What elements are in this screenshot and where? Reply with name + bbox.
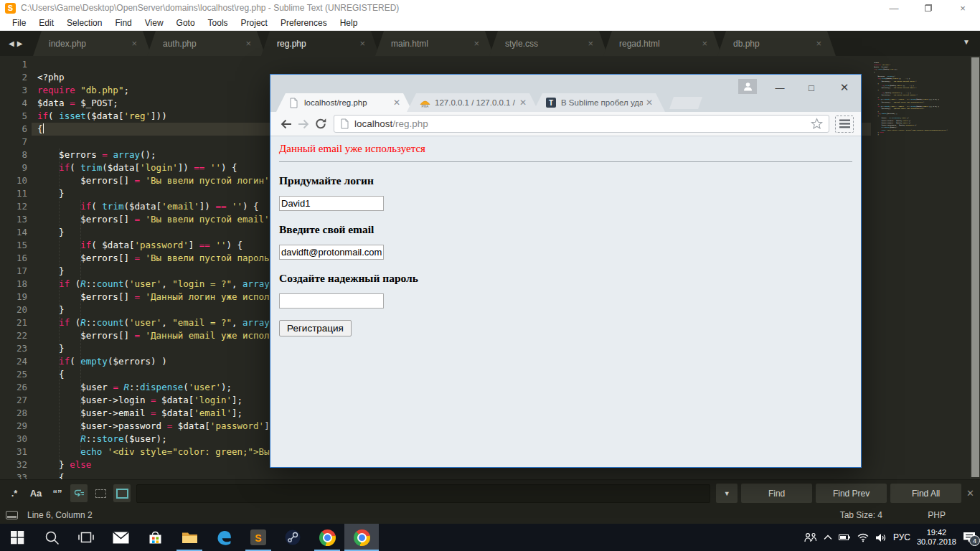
editor-tab-reg.php[interactable]: reg.php×	[261, 31, 380, 56]
login-input[interactable]	[279, 196, 384, 211]
browser-minimize-button[interactable]: —	[768, 79, 791, 96]
menu-item-selection[interactable]: Selection	[60, 18, 108, 28]
back-button[interactable]	[278, 116, 295, 133]
minimap[interactable]: <?phprequire "db.php";$data = $_POST;if(…	[874, 59, 969, 461]
browser-menu-button[interactable]	[835, 116, 854, 133]
volume-icon[interactable]	[875, 533, 887, 542]
address-bar[interactable]: localhost /reg.php	[334, 115, 829, 133]
tab-close-icon[interactable]: ×	[245, 38, 251, 49]
tab-close-icon[interactable]: ✕	[646, 98, 653, 108]
tab-close-icon[interactable]: ×	[131, 38, 137, 49]
panel-toggle-icon[interactable]	[6, 511, 18, 519]
editor-tab-index.php[interactable]: index.php×	[33, 31, 151, 56]
line-number: 11	[0, 187, 27, 200]
regex-toggle[interactable]: .*	[6, 484, 23, 502]
tab-close-icon[interactable]: ×	[702, 38, 707, 49]
tab-scroll-right-icon[interactable]: ▶	[17, 39, 23, 47]
scrollbar-thumb[interactable]	[971, 57, 979, 477]
line-number: 22	[0, 329, 27, 342]
steam-taskbar-button[interactable]	[275, 524, 310, 551]
battery-icon[interactable]	[839, 534, 851, 541]
tab-close-icon[interactable]: ×	[359, 38, 365, 49]
whole-word-toggle[interactable]: “”	[49, 484, 66, 502]
find-prev-button[interactable]: Find Prev	[816, 484, 887, 503]
profile-button[interactable]	[738, 79, 757, 94]
store-taskbar-button[interactable]	[138, 524, 172, 551]
tab-scroll-left-icon[interactable]: ◀	[9, 39, 14, 47]
editor-tab-regad.html[interactable]: regad.html×	[603, 31, 722, 56]
editor-scrollbar[interactable]	[970, 56, 980, 479]
line-number: 14	[0, 226, 27, 239]
find-all-button[interactable]: Find All	[890, 484, 961, 503]
chrome-taskbar-button[interactable]	[310, 524, 344, 551]
line-number: 33	[0, 471, 27, 479]
browser-close-button[interactable]: ✕	[833, 79, 856, 96]
register-button[interactable]: Регистрация	[279, 320, 352, 336]
menu-item-tools[interactable]: Tools	[202, 18, 235, 28]
menu-item-help[interactable]: Help	[334, 18, 364, 28]
restore-button[interactable]	[911, 0, 946, 16]
browser-tab-127.0.0.1-127.0.0.1-davi[interactable]: PMA127.0.0.1 / 127.0.0.1 / davi✕	[407, 93, 539, 112]
line-number: 26	[0, 381, 27, 394]
browser-maximize-button[interactable]: □	[800, 79, 823, 96]
browser-tab-в-sublime-пробел-удаляе[interactable]: TВ Sublime пробел удаляе✕	[533, 93, 665, 112]
menu-item-view[interactable]: View	[138, 18, 170, 28]
menu-item-project[interactable]: Project	[235, 18, 274, 28]
sublime-taskbar-button[interactable]: S	[241, 524, 275, 551]
tab-scroll-arrows[interactable]: ◀ ▶	[9, 31, 22, 56]
line-number: 10	[0, 174, 27, 187]
edge-taskbar-button[interactable]	[207, 524, 241, 551]
highlight-matches-toggle[interactable]	[113, 484, 131, 502]
bookmark-star-icon[interactable]	[811, 118, 823, 130]
mail-taskbar-button[interactable]	[103, 524, 138, 551]
syntax-indicator[interactable]: PHP	[928, 510, 946, 520]
menu-item-file[interactable]: File	[6, 18, 32, 28]
chrome-taskbar-button[interactable]	[344, 524, 379, 551]
tab-close-icon[interactable]: ×	[816, 38, 821, 49]
case-sensitive-toggle[interactable]: Aa	[27, 484, 44, 502]
wrap-toggle[interactable]	[70, 484, 88, 502]
find-history-dropdown-icon[interactable]: ▼	[716, 484, 738, 503]
editor-tab-auth.php[interactable]: auth.php×	[147, 31, 265, 56]
people-icon[interactable]	[804, 532, 817, 542]
editor-tab-style.css[interactable]: style.css×	[489, 31, 608, 56]
menu-item-edit[interactable]: Edit	[32, 18, 60, 28]
email-input[interactable]	[279, 245, 384, 260]
tab-size-indicator[interactable]: Tab Size: 4	[840, 510, 882, 520]
new-tab-button[interactable]	[669, 97, 702, 109]
password-input[interactable]	[279, 293, 384, 309]
action-center-button[interactable]: 4	[963, 532, 976, 543]
tab-list-dropdown-icon[interactable]: ▼	[963, 38, 970, 46]
line-number: 32	[0, 458, 27, 471]
editor-tab-main.html[interactable]: main.html×	[375, 31, 494, 56]
clock[interactable]: 19:42 30.07.2018	[917, 528, 956, 547]
menu-item-goto[interactable]: Goto	[170, 18, 202, 28]
language-indicator[interactable]: РУС	[893, 532, 910, 542]
hamburger-menu-icon	[839, 119, 850, 128]
tab-close-icon[interactable]: ✕	[393, 98, 400, 108]
line-number: 15	[0, 239, 27, 252]
find-input[interactable]	[136, 484, 710, 503]
browser-tab-localhost-reg.php[interactable]: localhost/reg.php✕	[276, 93, 413, 112]
tab-close-icon[interactable]: ×	[473, 38, 479, 49]
wifi-icon[interactable]	[857, 533, 869, 542]
tray-expand-icon[interactable]	[824, 534, 832, 540]
forward-button[interactable]	[295, 116, 312, 133]
reload-button[interactable]	[312, 116, 329, 133]
find-panel-close-icon[interactable]: ✕	[966, 488, 974, 499]
in-selection-toggle[interactable]	[92, 484, 109, 502]
find-button[interactable]: Find	[741, 484, 812, 503]
close-button[interactable]: ×	[946, 0, 980, 16]
editor-tabs: index.php×auth.php×reg.php×main.html×sty…	[33, 31, 831, 56]
menu-item-preferences[interactable]: Preferences	[274, 18, 334, 28]
explorer-taskbar-button[interactable]	[172, 524, 207, 551]
start-taskbar-button[interactable]	[0, 524, 34, 551]
tab-close-icon[interactable]: ×	[588, 38, 593, 49]
system-tray: РУС 19:42 30.07.2018 4	[804, 524, 980, 551]
minimize-button[interactable]: —	[877, 0, 911, 16]
menu-item-find[interactable]: Find	[108, 18, 138, 28]
editor-tab-db.php[interactable]: db.php×	[717, 31, 836, 56]
search-taskbar-button[interactable]	[34, 524, 69, 551]
tab-close-icon[interactable]: ✕	[519, 98, 527, 108]
task-view-taskbar-button[interactable]	[69, 524, 103, 551]
